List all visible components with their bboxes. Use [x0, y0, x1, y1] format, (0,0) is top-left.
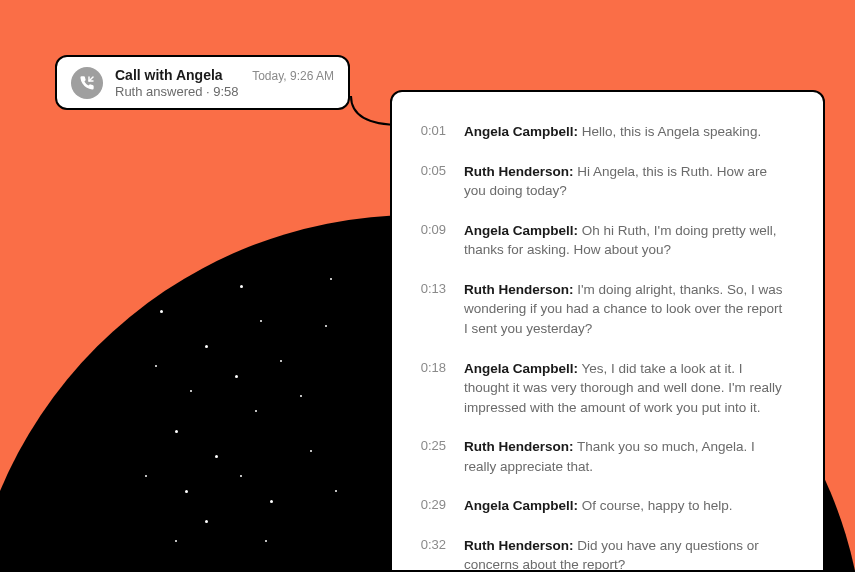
transcript-row: 0:32Ruth Henderson: Did you have any que… — [416, 536, 789, 572]
transcript-panel[interactable]: 0:01Angela Campbell: Hello, this is Ange… — [390, 90, 825, 572]
star-icon — [335, 490, 337, 492]
star-icon — [280, 360, 282, 362]
transcript-speaker: Angela Campbell: — [464, 361, 578, 376]
transcript-speaker: Angela Campbell: — [464, 223, 578, 238]
transcript-timestamp: 0:25 — [416, 437, 446, 456]
transcript-row: 0:25Ruth Henderson: Thank you so much, A… — [416, 437, 789, 476]
star-icon — [255, 410, 257, 412]
star-icon — [235, 375, 238, 378]
transcript-timestamp: 0:09 — [416, 221, 446, 240]
transcript-line: Angela Campbell: Yes, I did take a look … — [464, 359, 789, 418]
transcript-row: 0:13Ruth Henderson: I'm doing alright, t… — [416, 280, 789, 339]
call-subtitle: Ruth answered · 9:58 — [115, 84, 334, 99]
transcript-row: 0:01Angela Campbell: Hello, this is Ange… — [416, 122, 789, 142]
star-icon — [175, 540, 177, 542]
call-title: Call with Angela — [115, 67, 223, 83]
call-summary-card[interactable]: Call with Angela Today, 9:26 AM Ruth ans… — [55, 55, 350, 110]
star-icon — [240, 475, 242, 477]
transcript-list: 0:01Angela Campbell: Hello, this is Ange… — [416, 122, 789, 572]
transcript-row: 0:05Ruth Henderson: Hi Angela, this is R… — [416, 162, 789, 201]
transcript-row: 0:29Angela Campbell: Of course, happy to… — [416, 496, 789, 516]
star-icon — [300, 395, 302, 397]
transcript-line: Ruth Henderson: I'm doing alright, thank… — [464, 280, 789, 339]
transcript-speaker: Angela Campbell: — [464, 124, 578, 139]
transcript-timestamp: 0:01 — [416, 122, 446, 141]
star-icon — [240, 285, 243, 288]
star-icon — [160, 310, 163, 313]
star-icon — [185, 490, 188, 493]
transcript-line: Angela Campbell: Of course, happy to hel… — [464, 496, 733, 516]
transcript-timestamp: 0:29 — [416, 496, 446, 515]
transcript-speaker: Ruth Henderson: — [464, 439, 574, 454]
transcript-line: Angela Campbell: Oh hi Ruth, I'm doing p… — [464, 221, 789, 260]
transcript-line: Ruth Henderson: Did you have any questio… — [464, 536, 789, 572]
transcript-row: 0:09Angela Campbell: Oh hi Ruth, I'm doi… — [416, 221, 789, 260]
star-icon — [155, 365, 157, 367]
call-info: Call with Angela Today, 9:26 AM Ruth ans… — [115, 67, 334, 99]
transcript-timestamp: 0:05 — [416, 162, 446, 181]
phone-incoming-icon — [71, 67, 103, 99]
transcript-line: Ruth Henderson: Thank you so much, Angel… — [464, 437, 789, 476]
star-icon — [265, 540, 267, 542]
star-icon — [175, 430, 178, 433]
star-icon — [310, 450, 312, 452]
transcript-timestamp: 0:18 — [416, 359, 446, 378]
transcript-speaker: Ruth Henderson: — [464, 164, 574, 179]
call-timestamp: Today, 9:26 AM — [252, 69, 334, 83]
transcript-text: Hello, this is Angela speaking. — [578, 124, 761, 139]
transcript-speaker: Angela Campbell: — [464, 498, 578, 513]
star-icon — [205, 520, 208, 523]
transcript-row: 0:18Angela Campbell: Yes, I did take a l… — [416, 359, 789, 418]
star-icon — [270, 500, 273, 503]
star-icon — [190, 390, 192, 392]
transcript-line: Ruth Henderson: Hi Angela, this is Ruth.… — [464, 162, 789, 201]
star-icon — [215, 455, 218, 458]
transcript-speaker: Ruth Henderson: — [464, 538, 574, 553]
transcript-speaker: Ruth Henderson: — [464, 282, 574, 297]
transcript-text: Of course, happy to help. — [578, 498, 733, 513]
star-icon — [205, 345, 208, 348]
star-icon — [330, 278, 332, 280]
transcript-timestamp: 0:32 — [416, 536, 446, 555]
star-icon — [260, 320, 262, 322]
transcript-timestamp: 0:13 — [416, 280, 446, 299]
transcript-line: Angela Campbell: Hello, this is Angela s… — [464, 122, 761, 142]
star-icon — [325, 325, 327, 327]
star-icon — [145, 475, 147, 477]
